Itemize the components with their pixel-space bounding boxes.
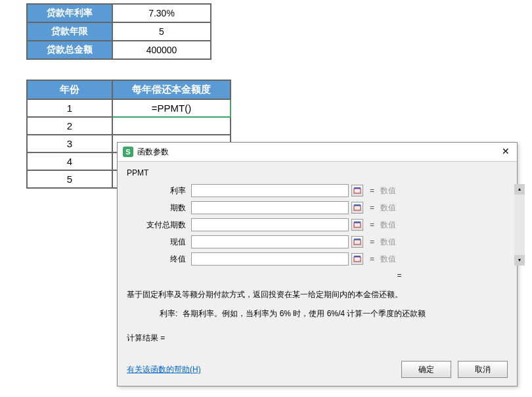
param-label: 利率 [133, 185, 186, 197]
year-cell[interactable]: 4 [27, 152, 112, 170]
year-cell[interactable]: 3 [27, 135, 112, 152]
header-year: 年份 [27, 80, 112, 99]
param-label: 支付总期数 [133, 220, 186, 231]
years-value[interactable]: 5 [112, 22, 211, 41]
rate-value[interactable]: 7.30% [112, 4, 211, 22]
svg-rect-1 [354, 187, 361, 189]
rate-label: 贷款年利率 [27, 4, 112, 22]
year-cell[interactable]: 5 [27, 170, 112, 188]
param-label: 期数 [133, 202, 186, 214]
function-name: PPMT [127, 168, 508, 177]
param-description: 利率:各期利率。例如，当利率为 6% 时，使用 6%/4 计算一个季度的还款额 [160, 308, 508, 319]
svg-rect-9 [354, 256, 361, 257]
dialog-title-text: 函数参数 [137, 147, 500, 158]
param-scrollbar[interactable]: ▴ ▾ [514, 184, 525, 266]
svg-rect-2 [354, 206, 361, 210]
table-row: 1 =PPMT() [27, 99, 231, 117]
param-input-终值[interactable] [191, 252, 349, 266]
empty-cell[interactable] [112, 117, 231, 135]
param-row: 终值=数值 [133, 252, 508, 266]
param-label: 终值 [133, 254, 186, 265]
svg-rect-7 [354, 239, 361, 240]
range-select-icon[interactable] [351, 185, 363, 197]
cancel-button[interactable]: 取消 [458, 361, 508, 378]
range-select-icon[interactable] [351, 236, 363, 248]
year-cell[interactable]: 1 [27, 99, 112, 117]
equals-sign: = [370, 220, 376, 229]
param-input-支付总期数[interactable] [191, 218, 349, 231]
help-link[interactable]: 有关该函数的帮助(H) [127, 364, 395, 375]
scroll-track[interactable] [514, 195, 525, 255]
table-row: 2 [27, 117, 231, 135]
svg-rect-5 [354, 222, 361, 223]
equals-sign: = [370, 203, 376, 212]
years-label: 贷款年限 [27, 22, 112, 41]
param-input-期数[interactable] [191, 201, 349, 214]
year-cell[interactable]: 2 [27, 117, 112, 135]
dialog-titlebar[interactable]: S 函数参数 ✕ [118, 143, 517, 162]
function-description: 基于固定利率及等额分期付款方式，返回投资在某一给定期间内的本金偿还额。 [127, 289, 508, 300]
param-result: 数值 [380, 254, 396, 265]
calc-result-label: 计算结果 = [127, 333, 508, 344]
param-result: 数值 [380, 185, 396, 197]
param-result: 数值 [380, 202, 396, 214]
param-input-利率[interactable] [191, 184, 349, 197]
param-row: 现值=数值 [133, 235, 508, 248]
range-select-icon[interactable] [351, 202, 363, 214]
param-label: 现值 [133, 237, 186, 248]
formula-cell[interactable]: =PPMT() [112, 99, 231, 117]
amount-value[interactable]: 400000 [112, 41, 211, 59]
svg-rect-6 [354, 240, 361, 245]
param-result: 数值 [380, 220, 396, 231]
svg-rect-8 [354, 257, 361, 262]
loan-parameters-table: 贷款年利率 7.30% 贷款年限 5 贷款总金额 400000 [26, 3, 211, 60]
param-row: 支付总期数=数值 [133, 218, 508, 231]
header-principal: 每年偿还本金额度 [112, 80, 231, 99]
svg-rect-3 [354, 204, 361, 206]
param-input-现值[interactable] [191, 235, 349, 248]
param-row: 利率=数值 [133, 184, 508, 197]
param-result: 数值 [380, 237, 396, 248]
svg-rect-4 [354, 223, 361, 227]
close-icon[interactable]: ✕ [500, 146, 512, 158]
svg-rect-0 [354, 189, 361, 193]
ok-button[interactable]: 确定 [401, 361, 451, 378]
range-select-icon[interactable] [351, 219, 363, 231]
amount-label: 贷款总金额 [27, 41, 112, 59]
overall-result: = [291, 271, 508, 280]
scroll-down-icon[interactable]: ▾ [514, 255, 525, 266]
param-row: 期数=数值 [133, 201, 508, 214]
equals-sign: = [370, 254, 376, 264]
range-select-icon[interactable] [351, 253, 363, 265]
equals-sign: = [370, 186, 376, 195]
app-logo-icon: S [123, 147, 133, 157]
equals-sign: = [370, 237, 376, 246]
scroll-up-icon[interactable]: ▴ [514, 184, 525, 195]
function-arguments-dialog: S 函数参数 ✕ PPMT 利率=数值期数=数值支付总期数=数值现值=数值终值=… [117, 142, 518, 386]
